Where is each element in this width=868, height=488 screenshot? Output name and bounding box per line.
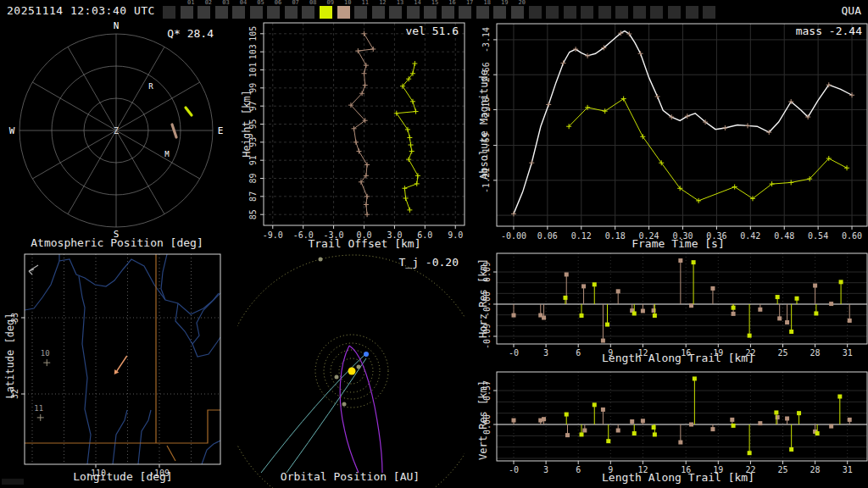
frame-number-label: 05 <box>257 0 264 6</box>
frame-number-label: 04 <box>240 0 247 6</box>
frame-number-label: 06 <box>275 0 281 6</box>
svg-text:0.54: 0.54 <box>808 231 828 241</box>
trail-offset-chart: -9.0-6.0-3.00.03.06.09.08587899193959799… <box>237 20 475 251</box>
svg-text:0.06: 0.06 <box>537 231 558 241</box>
map-ylabel: Latitude [deg] <box>4 305 16 407</box>
svg-text:3: 3 <box>543 465 548 474</box>
svg-text:E: E <box>218 125 224 136</box>
res-vert-xlabel: Length Along Trail [km] <box>568 471 788 484</box>
frame-number-label: 18 <box>483 0 490 6</box>
frame-thumbnail-12[interactable]: 12 <box>372 6 385 19</box>
res-vert-ylabel: Vert Res [km] <box>477 374 489 467</box>
frame-thumbnail-blank[interactable] <box>615 6 628 19</box>
frame-number-label: 10 <box>344 0 351 6</box>
frame-thumbnail-08[interactable]: 08 <box>302 6 314 19</box>
svg-text:-0: -0 <box>509 348 519 358</box>
orbit-chart <box>237 251 465 488</box>
frame-thumbnail-blank[interactable] <box>564 6 576 19</box>
svg-text:-0: -0 <box>509 465 519 474</box>
map-xlabel: Longitude [deg] <box>13 470 233 483</box>
svg-text:M: M <box>164 150 170 158</box>
svg-text:Z: Z <box>114 126 119 136</box>
velocity-label: vel 51.6 <box>356 25 459 37</box>
orbit-title: Orbital Position [AU] <box>240 470 460 483</box>
profile-xlabel: Trail Offset [km] <box>254 237 475 250</box>
frame-thumbnail-13[interactable]: 13 <box>389 6 402 19</box>
frame-thumbnail-blank[interactable] <box>598 6 611 19</box>
timestamp: 20251114 12:03:40 UTC <box>7 4 155 17</box>
svg-text:28: 28 <box>810 348 821 358</box>
res-horz-xlabel: Length Along Trail [km] <box>568 352 788 364</box>
frame-number-label: 11 <box>362 0 369 6</box>
frame-thumbnail-06[interactable]: 06 <box>267 6 280 19</box>
svg-text:R: R <box>148 82 153 91</box>
profile-ylabel: Height [km] <box>241 77 253 170</box>
frame-thumbnail-04[interactable]: 04 <box>232 6 245 19</box>
frame-thumbnail-16[interactable]: 16 <box>442 6 454 19</box>
frame-thumbnail-blank[interactable] <box>650 6 663 19</box>
frame-thumbnail-blank[interactable] <box>633 6 646 19</box>
svg-text:85: 85 <box>248 209 258 219</box>
svg-text:10: 10 <box>41 349 50 358</box>
station-code: QUA <box>842 4 861 17</box>
svg-text:87: 87 <box>248 191 258 202</box>
svg-text:W: W <box>9 125 15 136</box>
frame-thumbnail-03[interactable]: 03 <box>215 6 228 19</box>
frame-number-label: 17 <box>466 0 473 6</box>
svg-text:101: 101 <box>248 62 258 77</box>
lightcurve-ylabel: Absolute Magnitude <box>478 57 490 192</box>
frame-thumbnail-blank[interactable] <box>163 6 175 19</box>
frame-number-label: 08 <box>309 0 316 6</box>
frame-thumbnail-blank[interactable] <box>703 6 715 19</box>
frame-number-label: 12 <box>379 0 386 6</box>
frame-number-label: 09 <box>327 0 334 6</box>
frame-number-label: 03 <box>222 0 229 6</box>
frame-number-label: 15 <box>431 0 438 6</box>
frame-thumbnail-blank[interactable] <box>686 6 698 19</box>
frame-thumbnail-blank[interactable] <box>668 6 681 19</box>
mass-label: mass -2.44 <box>743 25 862 37</box>
svg-text:31: 31 <box>843 348 853 358</box>
svg-text:-3.14: -3.14 <box>481 27 491 53</box>
frame-thumbnail-01[interactable]: 01 <box>181 6 193 19</box>
ground-track-map: 1011-110-1093332 <box>0 251 237 488</box>
frame-number-label: 19 <box>501 0 508 6</box>
svg-text:31: 31 <box>843 465 853 474</box>
svg-text:11: 11 <box>34 404 43 413</box>
svg-text:89: 89 <box>248 173 258 183</box>
frame-thumbnail-blank[interactable] <box>581 6 593 19</box>
frame-thumbnail-07[interactable]: 07 <box>285 6 298 19</box>
frame-thumbnail-blank[interactable] <box>529 6 542 19</box>
svg-text:105: 105 <box>248 26 258 42</box>
lightcurve-xlabel: Frame Time [s] <box>568 237 788 250</box>
frame-thumbnail-10[interactable]: 10 <box>337 6 350 19</box>
frame-thumbnail-09[interactable]: 09 <box>320 6 332 19</box>
fine-print <box>2 479 24 485</box>
frame-thumbnail-02[interactable]: 02 <box>198 6 210 19</box>
q-value-label: Q* 28.4 <box>118 27 214 40</box>
frame-number-label: 20 <box>519 0 526 6</box>
sky-position-chart: NESWZRM <box>7 20 236 251</box>
lightcurve-chart: -0.000.060.120.180.240.300.360.420.480.5… <box>475 20 868 251</box>
frame-thumbnail-11[interactable]: 11 <box>354 6 367 19</box>
frame-thumbnail-17[interactable]: 17 <box>459 6 471 19</box>
svg-text:28: 28 <box>810 465 821 474</box>
svg-text:3: 3 <box>543 348 548 358</box>
svg-text:103: 103 <box>248 44 258 59</box>
frame-number-label: 14 <box>414 0 420 6</box>
res-horz-ylabel: Horz Res [km] <box>477 252 489 345</box>
frame-thumbnail-05[interactable]: 05 <box>250 6 263 19</box>
svg-text:-0.00: -0.00 <box>501 231 526 241</box>
sky-title: Atmospheric Position [deg] <box>7 236 227 249</box>
svg-text:0.60: 0.60 <box>842 231 862 241</box>
frame-thumbnail-19[interactable]: 19 <box>493 6 506 19</box>
meteor-analysis-screen: 20251114 12:03:40 UTC 010203040506070809… <box>0 0 868 488</box>
frame-number-label: 02 <box>205 0 212 6</box>
frame-number-label: 13 <box>397 0 403 6</box>
frame-thumbnail-15[interactable]: 15 <box>424 6 437 19</box>
frame-thumbnail-blank[interactable] <box>546 6 559 19</box>
frame-thumbnail-18[interactable]: 18 <box>476 6 489 19</box>
tisserand-label: T_j -0.20 <box>355 256 459 269</box>
frame-thumbnail-20[interactable]: 20 <box>511 6 524 19</box>
frame-thumbnail-14[interactable]: 14 <box>407 6 420 19</box>
